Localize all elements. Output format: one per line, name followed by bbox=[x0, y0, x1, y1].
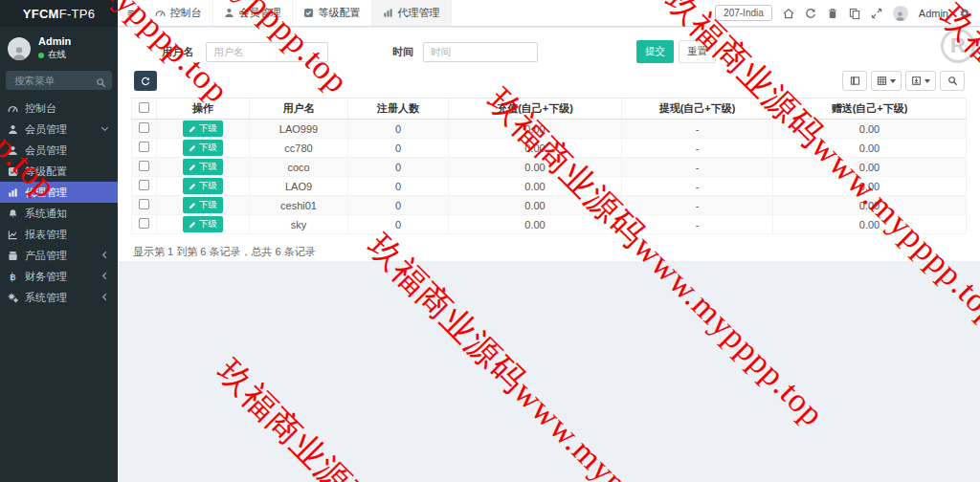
pencil-icon bbox=[189, 144, 196, 152]
cell-recharge: 0.00 bbox=[449, 158, 622, 177]
sidebar-item-product-manage[interactable]: 产品管理 bbox=[0, 245, 118, 266]
subordinate-button[interactable]: 下级 bbox=[183, 197, 223, 213]
avatar bbox=[8, 37, 31, 60]
table-row: 下级 sky 0 0.00 - 0.00 bbox=[132, 215, 967, 234]
cell-username: ceshi01 bbox=[250, 196, 348, 215]
select-all-checkbox[interactable] bbox=[139, 102, 149, 113]
sidebar-item-report-manage[interactable]: 报表管理 bbox=[0, 224, 118, 245]
online-dot-icon bbox=[38, 53, 44, 58]
registered-logo: R bbox=[941, 29, 975, 63]
navbar-username[interactable]: Admin bbox=[919, 8, 948, 19]
line-chart-icon bbox=[8, 230, 18, 240]
cell-gift: 0.00 bbox=[773, 215, 967, 234]
navbar-right: 207-India Admin bbox=[715, 0, 980, 26]
cell-withdraw: - bbox=[622, 120, 773, 139]
time-input[interactable] bbox=[423, 42, 538, 62]
navbar-tabs: 控制台 会员管理 等级配置 代理管理 bbox=[145, 0, 452, 26]
sidebar-item-agent-manage[interactable]: 代理管理 bbox=[0, 182, 118, 203]
cell-registered: 0 bbox=[348, 177, 449, 196]
tab-member-manage[interactable]: 会员管理 bbox=[213, 0, 293, 26]
sidebar-item-dashboard[interactable]: 控制台 bbox=[0, 98, 118, 119]
search-icon bbox=[947, 76, 958, 86]
table-refresh-button[interactable] bbox=[134, 71, 157, 91]
col-header-username: 用户名 bbox=[250, 99, 348, 120]
cell-withdraw: - bbox=[622, 158, 773, 177]
cell-gift: 0.00 bbox=[773, 120, 967, 139]
brand-rest: F-TP6 bbox=[59, 7, 96, 21]
search-toggle-button[interactable] bbox=[940, 71, 965, 91]
row-checkbox[interactable] bbox=[139, 142, 149, 152]
subordinate-button[interactable]: 下级 bbox=[183, 140, 223, 156]
cell-registered: 0 bbox=[348, 196, 449, 215]
region-button[interactable]: 207-India bbox=[715, 5, 772, 21]
person-silhouette-icon bbox=[895, 11, 905, 21]
record-summary: 显示第 1 到第 6 条记录，总共 6 条记录 bbox=[118, 234, 980, 270]
svg-text:B: B bbox=[10, 272, 15, 281]
table-row: 下级 ceshi01 0 0.00 - 0.00 bbox=[132, 196, 967, 215]
caret-down-icon bbox=[924, 79, 930, 83]
search-icon[interactable] bbox=[96, 75, 106, 92]
row-checkbox[interactable] bbox=[139, 199, 149, 209]
username-input[interactable] bbox=[206, 42, 328, 62]
user-panel: Admin 在线 bbox=[0, 27, 118, 68]
cogs-icon bbox=[8, 293, 18, 303]
tab-agent-manage[interactable]: 代理管理 bbox=[372, 0, 452, 26]
pencil-icon bbox=[189, 202, 196, 209]
currency-icon: B bbox=[8, 272, 18, 282]
fullscreen-icon[interactable] bbox=[871, 8, 882, 19]
badge-check-icon bbox=[303, 8, 314, 18]
cell-withdraw: - bbox=[622, 215, 773, 234]
table-row: 下级 coco 0 0.00 - 0.00 bbox=[132, 158, 967, 177]
sidebar-item-finance-manage[interactable]: B 财务管理 bbox=[0, 266, 118, 287]
gauge-icon bbox=[8, 103, 18, 114]
trash-icon[interactable] bbox=[827, 8, 838, 19]
row-checkbox[interactable] bbox=[139, 122, 149, 133]
sidebar-toggle-icon[interactable]: ≡ bbox=[118, 0, 145, 26]
sidebar-item-member-manage[interactable]: 会员管理 bbox=[0, 140, 118, 161]
user-name: Admin bbox=[38, 35, 71, 47]
sidebar-item-system-manage[interactable]: 系统管理 bbox=[0, 287, 118, 308]
cell-registered: 0 bbox=[348, 139, 449, 158]
sidebar-search bbox=[6, 71, 112, 90]
tab-level-config[interactable]: 等级配置 bbox=[293, 0, 372, 26]
gear-icon[interactable] bbox=[959, 8, 970, 19]
sidebar-item-level-config[interactable]: 等级配置 bbox=[0, 161, 118, 182]
subordinate-button[interactable]: 下级 bbox=[183, 120, 223, 137]
sidebar-item-system-notice[interactable]: 系统通知 bbox=[0, 203, 118, 224]
pencil-icon bbox=[189, 164, 196, 171]
sidebar: YFCMF-TP6 Admin 在线 控制台 会员管理 会员管理 bbox=[0, 0, 118, 482]
toggle-view-button[interactable] bbox=[842, 71, 867, 91]
cell-username: sky bbox=[250, 215, 348, 234]
gauge-icon bbox=[155, 8, 166, 18]
box-icon bbox=[8, 251, 18, 261]
columns-button[interactable] bbox=[871, 71, 902, 91]
cell-withdraw: - bbox=[622, 177, 773, 196]
export-button[interactable] bbox=[905, 71, 936, 91]
home-icon[interactable] bbox=[783, 8, 794, 19]
reset-button[interactable]: 重置 bbox=[679, 40, 716, 63]
navbar-avatar[interactable] bbox=[893, 6, 908, 21]
subordinate-button[interactable]: 下级 bbox=[183, 159, 223, 175]
top-navbar: ≡ 控制台 会员管理 等级配置 代理管理 207-India Admin bbox=[118, 0, 980, 27]
bell-icon bbox=[8, 208, 18, 219]
chevron-left-icon bbox=[100, 292, 110, 304]
user-icon bbox=[224, 8, 234, 18]
col-header-registered: 注册人数 bbox=[348, 99, 449, 120]
subordinate-button[interactable]: 下级 bbox=[183, 178, 223, 194]
cell-registered: 0 bbox=[348, 215, 449, 234]
chevron-left-icon bbox=[100, 271, 110, 283]
row-checkbox[interactable] bbox=[139, 180, 149, 190]
submit-button[interactable]: 提交 bbox=[636, 40, 674, 63]
time-label: 时间 bbox=[392, 45, 413, 59]
cell-withdraw: - bbox=[622, 196, 773, 215]
tab-dashboard[interactable]: 控制台 bbox=[145, 0, 213, 26]
row-checkbox[interactable] bbox=[139, 161, 149, 171]
clear-cache-icon[interactable] bbox=[849, 8, 860, 19]
subordinate-button[interactable]: 下级 bbox=[183, 216, 223, 232]
agent-management-page: { "brand": { "bold": "YFCM", "rest": "F-… bbox=[0, 0, 980, 482]
refresh-icon[interactable] bbox=[805, 8, 816, 19]
row-checkbox[interactable] bbox=[139, 218, 149, 229]
cell-gift: 0.00 bbox=[773, 139, 967, 158]
sidebar-menu: 控制台 会员管理 会员管理 等级配置 代理管理 系统通知 报表管理 bbox=[0, 98, 118, 308]
sidebar-item-members-parent[interactable]: 会员管理 bbox=[0, 119, 118, 140]
